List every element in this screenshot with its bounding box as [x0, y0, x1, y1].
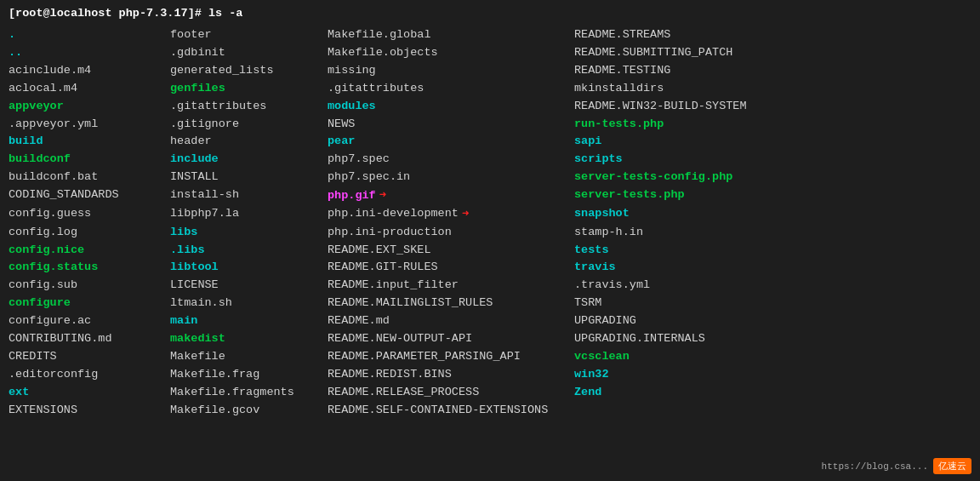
watermark-badge: 亿速云 — [933, 458, 971, 474]
list-item: ...gdbinitMakefile.objectsREADME.SUBMITT… — [9, 44, 971, 62]
list-item: buildconfincludephp7.specscripts — [9, 151, 971, 169]
prompt-line: [root@localhost php-7.3.17]# ls -a — [9, 5, 971, 23]
arrow-indicator: ➜ — [379, 186, 386, 205]
terminal-window: [root@localhost php-7.3.17]# ls -a .foot… — [0, 0, 980, 481]
list-item: extMakefile.fragmentsREADME.RELEASE_PROC… — [9, 384, 971, 402]
list-item: configure.acmainREADME.mdUPGRADING — [9, 312, 971, 330]
list-item: acinclude.m4generated_listsmissingREADME… — [9, 62, 971, 80]
list-item: config.guesslibphp7.laphp.ini-developmen… — [9, 205, 971, 224]
list-item: config.loglibsphp.ini-productionstamp-h.… — [9, 224, 971, 242]
list-item: appveyor.gitattributesmodulesREADME.WIN3… — [9, 98, 971, 116]
list-item: config.nice.libsREADME.EXT_SKELtests — [9, 242, 971, 260]
list-item: config.statuslibtoolREADME.GIT-RULEStrav… — [9, 259, 971, 277]
list-item: CODING_STANDARDSinstall-shphp.gif ➜serve… — [9, 186, 971, 205]
list-item: CONTRIBUTING.mdmakedistREADME.NEW-OUTPUT… — [9, 330, 971, 348]
list-item: .editorconfigMakefile.fragREADME.REDIST.… — [9, 366, 971, 384]
list-item: configureltmain.shREADME.MAILINGLIST_RUL… — [9, 295, 971, 312]
list-item: config.subLICENSEREADME.input_filter.tra… — [9, 277, 971, 295]
list-item: buildconf.batINSTALLphp7.spec.inserver-t… — [9, 169, 971, 186]
list-item: CREDITSMakefileREADME.PARAMETER_PARSING_… — [9, 348, 971, 366]
arrow-indicator: ➜ — [462, 205, 469, 224]
list-item: aclocal.m4genfiles.gitattributesmkinstal… — [9, 80, 971, 98]
list-item: EXTENSIONSMakefile.gcovREADME.SELF-CONTA… — [9, 402, 971, 420]
watermark-url: https://blog.csa... — [822, 461, 928, 472]
list-item: .footerMakefile.globalREADME.STREAMS — [9, 26, 971, 44]
watermark: https://blog.csa... 亿速云 — [822, 458, 971, 474]
list-item: .appveyor.yml.gitignoreNEWSrun-tests.php — [9, 116, 971, 134]
list-item: buildheaderpearsapi — [9, 133, 971, 151]
file-list: .footerMakefile.globalREADME.STREAMS...g… — [9, 26, 971, 420]
